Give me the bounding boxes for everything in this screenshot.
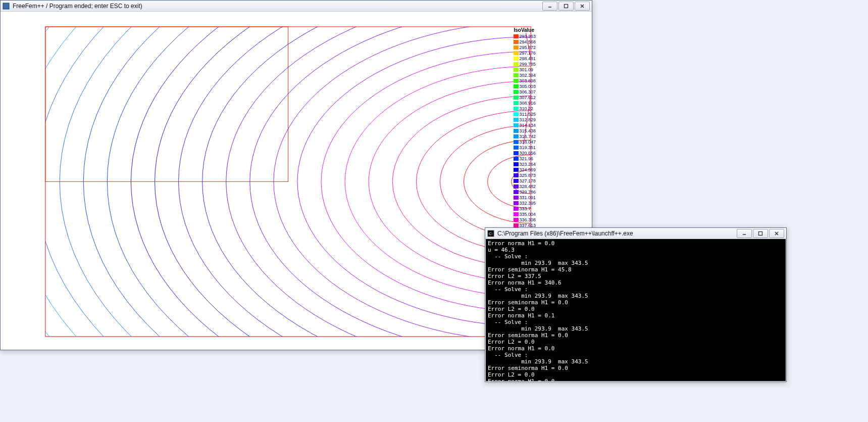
legend-item: 308.916 — [514, 100, 536, 106]
legend-swatch — [514, 212, 519, 216]
legend-value: 297.176 — [519, 51, 536, 56]
freefem-icon — [3, 3, 10, 10]
legend-value: 323.264 — [519, 162, 536, 167]
legend-item: 318.047 — [514, 139, 536, 145]
legend-item: 333.7 — [514, 206, 536, 211]
maximize-button[interactable] — [753, 229, 768, 238]
legend-swatch — [514, 62, 519, 66]
legend-swatch — [514, 112, 519, 116]
legend-item: 329.786 — [514, 189, 536, 195]
legend-value: 314.134 — [519, 123, 536, 128]
legend-value: 333.7 — [519, 206, 531, 211]
legend-item: 295.872 — [514, 44, 536, 50]
legend-item: 299.785 — [514, 61, 536, 67]
legend-item: 302.394 — [514, 72, 536, 78]
legend-value: 311.525 — [519, 112, 536, 117]
legend-swatch — [514, 57, 519, 61]
legend-value: 337.613 — [519, 223, 536, 228]
legend-swatch — [514, 68, 519, 72]
legend-swatch — [514, 51, 519, 55]
legend-item: 336.308 — [514, 217, 536, 222]
legend-swatch — [514, 223, 519, 227]
iso-legend: IsoValue 293.263294.568295.872297.176298… — [514, 28, 536, 256]
console-output[interactable]: Error norma H1 = 0.0 u = 46.3 -- Solve :… — [486, 239, 786, 381]
legend-value: 293.263 — [519, 34, 536, 39]
legend-value: 307.612 — [519, 95, 536, 100]
console-icon: C: — [487, 230, 494, 237]
plot-titlebar[interactable]: FreeFem++ / Program ended; enter ESC to … — [1, 1, 592, 12]
legend-swatch — [514, 101, 519, 105]
legend-item: 312.829 — [514, 117, 536, 122]
legend-value: 294.568 — [519, 39, 536, 44]
legend-item: 323.264 — [514, 161, 536, 167]
legend-value: 320.656 — [519, 151, 536, 156]
legend-item: 327.178 — [514, 178, 536, 183]
legend-value: 336.308 — [519, 217, 536, 222]
legend-swatch — [514, 184, 519, 189]
close-button[interactable] — [575, 2, 590, 11]
close-button[interactable] — [769, 229, 784, 238]
legend-swatch — [514, 207, 519, 211]
window-controls — [541, 2, 590, 11]
legend-item: 324.569 — [514, 167, 536, 172]
legend-value: 295.872 — [519, 45, 536, 50]
legend-value: 303.698 — [519, 78, 536, 83]
svg-rect-53 — [759, 231, 762, 235]
legend-swatch — [514, 96, 519, 100]
legend-item: 331.091 — [514, 195, 536, 200]
legend-swatch — [514, 190, 519, 194]
window-controls — [736, 229, 784, 238]
legend-swatch — [514, 201, 519, 205]
legend-item: 294.568 — [514, 39, 536, 44]
legend-swatch — [514, 162, 519, 166]
legend-value: 332.395 — [519, 201, 536, 206]
legend-item: 325.873 — [514, 172, 536, 178]
legend-item: 301.09 — [514, 67, 536, 72]
legend-value: 315.438 — [519, 128, 536, 133]
legend-item: 307.612 — [514, 95, 536, 100]
legend-swatch — [514, 123, 519, 127]
legend-value: 319.351 — [519, 145, 536, 150]
legend-item: 311.525 — [514, 111, 536, 117]
legend-item: 310.22 — [514, 106, 536, 111]
legend-value: 308.916 — [519, 101, 536, 106]
legend-swatch — [514, 129, 519, 133]
legend-swatch — [514, 140, 519, 144]
console-titlebar[interactable]: C: C:\Program Files (x86)\FreeFem++\laun… — [485, 228, 786, 239]
legend-item: 328.482 — [514, 183, 536, 189]
svg-rect-6 — [45, 27, 288, 181]
legend-item: 314.134 — [514, 122, 536, 128]
legend-swatch — [514, 118, 519, 122]
legend-swatch — [514, 79, 519, 83]
legend-value: 298.481 — [519, 56, 536, 61]
legend-item: 293.263 — [514, 33, 536, 39]
minimize-button[interactable] — [737, 229, 752, 238]
legend-item: 305.003 — [514, 83, 536, 89]
legend-value: 302.394 — [519, 73, 536, 78]
minimize-button[interactable] — [542, 2, 557, 11]
legend-item: 321.96 — [514, 156, 536, 161]
legend-swatch — [514, 157, 519, 161]
maximize-button[interactable] — [558, 2, 574, 11]
legend-swatch — [514, 196, 519, 200]
legend-swatch — [514, 45, 519, 50]
legend-value: 301.09 — [519, 67, 533, 72]
legend-swatch — [514, 40, 519, 44]
plot-title-text: FreeFem++ / Program ended; enter ESC to … — [13, 3, 541, 10]
legend-item: 298.481 — [514, 56, 536, 61]
legend-value: 331.091 — [519, 195, 536, 200]
legend-item: 297.176 — [514, 50, 536, 56]
legend-swatch — [514, 179, 519, 183]
legend-swatch — [514, 34, 519, 38]
legend-value: 335.004 — [519, 212, 536, 217]
svg-rect-2 — [565, 4, 568, 8]
legend-swatch — [514, 151, 519, 155]
legend-title: IsoValue — [514, 28, 536, 33]
legend-item: 319.351 — [514, 145, 536, 150]
legend-swatch — [514, 90, 519, 94]
legend-item: 315.438 — [514, 128, 536, 133]
legend-value: 306.307 — [519, 89, 536, 95]
legend-item: 332.395 — [514, 200, 536, 206]
legend-item: 320.656 — [514, 150, 536, 156]
legend-item: 303.698 — [514, 78, 536, 83]
